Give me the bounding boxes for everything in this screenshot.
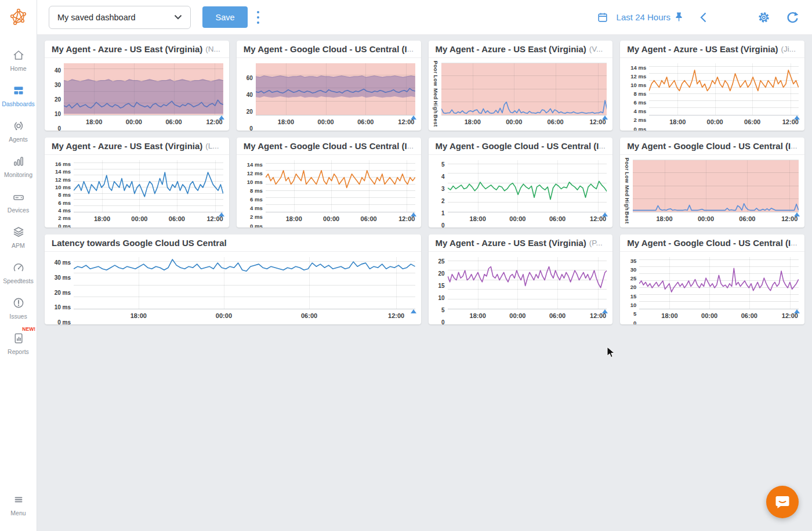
refresh-icon[interactable] (786, 10, 799, 24)
y-quality-label: Med (624, 185, 630, 197)
x-tick-label: 18:00 (130, 312, 147, 319)
sidebar-item-label: Menu (10, 510, 26, 516)
chart-card-6[interactable]: My Agent - Google Cloud - US Central (I.… (237, 138, 421, 227)
save-button[interactable]: Save (202, 6, 248, 28)
chart-plot[interactable] (256, 63, 415, 115)
dashboard-select-value: My saved dashboard (57, 13, 136, 22)
chart-card-2[interactable]: My Agent - Google Cloud - US Central (I.… (237, 41, 421, 131)
dashboard-select[interactable]: My saved dashboard (49, 6, 191, 29)
chevron-down-icon (174, 15, 182, 20)
chart-plot[interactable] (649, 63, 799, 115)
y-tick-label: 1 (441, 211, 445, 216)
annotation-marker-icon[interactable] (602, 115, 608, 120)
y-tick-label: 5 (633, 311, 636, 317)
chart-plot[interactable] (633, 160, 799, 212)
x-tick-label: 18:00 (286, 215, 302, 222)
x-axis: 18:0000:0006:0012:00 (441, 115, 607, 129)
sidebar-item-reports[interactable]: ReportsNEW! (0, 326, 37, 362)
sidebar-item-menu[interactable]: Menu (0, 487, 37, 523)
chart-card-8[interactable]: My Agent - Google Cloud - US Central (I.… (620, 138, 804, 227)
x-tick-label: 18:00 (656, 215, 672, 222)
sidebar-item-home[interactable]: Home (0, 43, 37, 78)
chart-title-text: My Agent - Google Cloud - US Central (I (627, 141, 791, 151)
chevron-left-icon[interactable] (699, 12, 707, 23)
menu-icon (12, 493, 25, 507)
app-logo[interactable] (0, 0, 37, 35)
time-range-label[interactable]: Last 24 Hours (617, 12, 670, 22)
chart-title: My Agent - Google Cloud - US Central (I.… (237, 41, 421, 58)
brand-network-icon (9, 8, 28, 27)
y-quality-label: High (624, 198, 630, 211)
sidebar-item-issues[interactable]: Issues (0, 291, 37, 326)
sidebar-item-speedtests[interactable]: Speedtests (0, 255, 37, 291)
annotation-marker-icon[interactable] (219, 212, 224, 216)
chart-card-1[interactable]: My Agent - Azure - US East (Virginia)(N.… (45, 41, 229, 131)
chart-plot[interactable] (266, 160, 415, 212)
x-tick-label: 06:00 (361, 215, 377, 222)
chart-title-text: My Agent - Google Cloud - US Central (I (244, 141, 407, 151)
sidebar-item-monitoring[interactable]: Monitoring (0, 149, 37, 185)
x-tick-label: 00:00 (698, 215, 714, 222)
sidebar-item-devices[interactable]: Devices (0, 185, 37, 220)
y-tick-label: 6 ms (58, 200, 71, 205)
y-tick-label: 2 ms (250, 214, 263, 220)
calendar-icon[interactable] (597, 12, 608, 23)
y-tick-label: 25 (438, 259, 444, 265)
chart-card-11[interactable]: My Agent - Google Cloud - US Central (I.… (620, 234, 804, 324)
chart-plot[interactable] (64, 63, 223, 115)
y-tick-label: 14 ms (55, 169, 71, 175)
chart-card-10[interactable]: My Agent - Azure - US East (Virginia)(P.… (429, 234, 613, 324)
y-tick-label: 0 (249, 126, 253, 131)
annotation-marker-icon[interactable] (411, 309, 416, 313)
chart-plot[interactable] (74, 257, 415, 309)
y-axis: 012345 (432, 160, 448, 226)
sidebar-item-dashboards[interactable]: Dashboards (0, 78, 37, 114)
sidebar-item-label: Home (10, 65, 26, 72)
chart-plot[interactable] (639, 257, 799, 309)
y-tick-label: 20 (246, 109, 253, 115)
annotation-marker-icon[interactable] (411, 212, 416, 216)
x-axis: 18:0000:0006:0012:00 (256, 115, 415, 129)
chart-plot[interactable] (74, 160, 223, 212)
y-tick-label: 30 (55, 82, 61, 88)
sidebar-item-agents[interactable]: Agents (0, 114, 37, 149)
sidebar-item-apm[interactable]: APM (0, 220, 37, 255)
chart-card-9[interactable]: Latency towards Google Cloud US Central0… (45, 234, 421, 324)
x-axis: 18:0000:0006:0012:00 (266, 212, 415, 226)
annotation-marker-icon[interactable] (794, 309, 800, 313)
kebab-menu-icon[interactable] (256, 10, 260, 25)
y-tick-label: 20 (630, 284, 637, 290)
agents-icon (12, 120, 25, 133)
x-tick-label: 00:00 (701, 312, 717, 319)
y-tick-label: 35 (630, 258, 637, 263)
chart-plot[interactable] (441, 63, 607, 115)
chart-title-text: My Agent - Google Cloud - US Central (I (436, 141, 599, 151)
annotation-marker-icon[interactable] (794, 115, 800, 120)
y-tick-label: 0 ms (250, 223, 263, 227)
x-axis: 18:0000:0006:0012:00 (633, 212, 799, 226)
y-tick-label: 10 ms (630, 82, 646, 88)
annotation-marker-icon[interactable] (602, 212, 608, 216)
annotation-marker-icon[interactable] (794, 212, 800, 216)
y-tick-label: 0 (441, 320, 445, 324)
x-tick-label: 00:00 (707, 118, 723, 125)
y-tick-label: 4 ms (250, 205, 263, 211)
y-tick-label: 40 (246, 92, 253, 98)
chart-card-3[interactable]: My Agent - Azure - US East (Virginia)(V.… (429, 41, 613, 131)
chart-card-7[interactable]: My Agent - Google Cloud - US Central (I.… (429, 138, 613, 227)
y-tick-label: 25 (630, 276, 637, 281)
settings-gear-icon[interactable] (757, 10, 771, 24)
chart-plot[interactable] (448, 160, 607, 212)
y-quality-label: Med (433, 88, 438, 100)
annotation-marker-icon[interactable] (219, 115, 224, 120)
y-tick-label: 4 ms (634, 109, 647, 114)
chart-title-text: My Agent - Google Cloud - US Central (I (244, 44, 407, 54)
chart-card-5[interactable]: My Agent - Azure - US East (Virginia)(L.… (45, 138, 229, 227)
annotation-marker-icon[interactable] (602, 309, 608, 313)
chat-launcher-button[interactable] (766, 486, 799, 518)
devices-icon (12, 190, 25, 204)
chart-plot[interactable] (448, 257, 607, 309)
chart-card-4[interactable]: My Agent - Azure - US East (Virginia)(Ji… (620, 41, 804, 131)
pin-icon[interactable] (674, 12, 684, 23)
annotation-marker-icon[interactable] (411, 115, 416, 120)
